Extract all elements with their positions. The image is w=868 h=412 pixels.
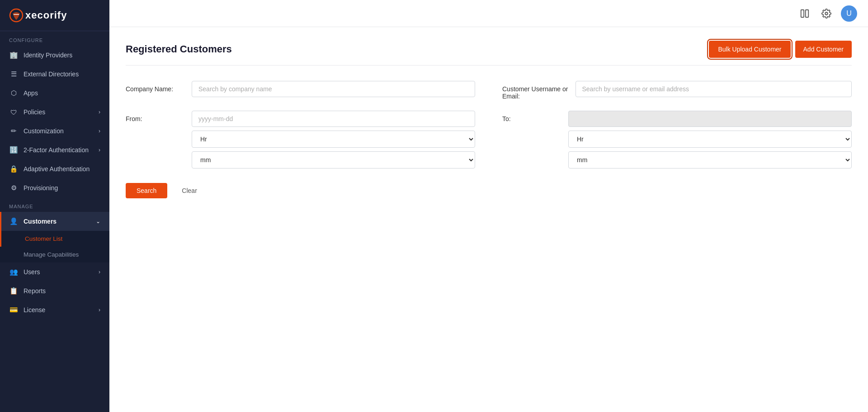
identity-providers-label: Identity Providers (24, 52, 72, 59)
manage-capabilities-label: Manage Capabilities (24, 251, 79, 258)
logo-icon (9, 8, 24, 23)
2fa-label: 2-Factor Authentication (24, 146, 89, 154)
policies-label: Policies (24, 108, 45, 116)
manage-section-label: Manage (0, 197, 109, 212)
customers-icon: 👤 (9, 217, 18, 226)
svg-point-4 (825, 12, 828, 15)
adaptive-auth-icon: 🔒 (9, 164, 18, 173)
company-name-controls (192, 81, 475, 97)
policies-chevron-icon: › (99, 109, 100, 115)
users-label: Users (24, 268, 40, 276)
to-row: To: Hr 010203 040506 070809 101112 mm 00… (502, 111, 852, 169)
topbar: U (109, 0, 868, 27)
brand-name: xecorify (25, 9, 67, 21)
customer-list-label: Customer List (25, 235, 62, 242)
provisioning-icon: ⚙ (9, 183, 18, 192)
header-actions: Bulk Upload Customer Add Customer (709, 41, 852, 58)
book-icon[interactable] (797, 6, 812, 21)
search-form: Company Name: Customer Username or Email… (126, 76, 852, 203)
company-name-label: Company Name: (126, 81, 184, 93)
sidebar-item-customization[interactable]: ✏ Customization › (0, 122, 109, 140)
customers-label: Customers (24, 218, 57, 225)
customization-chevron-icon: › (99, 128, 100, 134)
company-name-input[interactable] (192, 81, 475, 97)
customization-label: Customization (24, 127, 64, 135)
configure-section-label: Configure (0, 31, 109, 46)
sidebar-item-reports[interactable]: 📋 Reports (0, 281, 109, 300)
bulk-upload-button[interactable]: Bulk Upload Customer (709, 41, 790, 58)
clear-button[interactable]: Clear (175, 183, 204, 198)
adaptive-auth-label: Adaptive Authentication (24, 165, 90, 173)
sidebar-item-apps[interactable]: ⬡ Apps (0, 84, 109, 103)
search-button[interactable]: Search (126, 183, 167, 198)
main-area: U Registered Customers Bulk Upload Custo… (109, 0, 868, 412)
provisioning-label: Provisioning (24, 184, 58, 192)
sidebar-item-customers[interactable]: 👤 Customers ⌄ (0, 212, 109, 231)
topbar-actions: U (797, 5, 857, 22)
logo-area[interactable]: xecorify (0, 0, 109, 31)
username-label-line1: Customer Username or (502, 81, 568, 93)
sidebar-item-policies[interactable]: 🛡 Policies › (0, 103, 109, 122)
from-controls: Hr 010203 040506 070809 101112 mm 001530… (192, 111, 475, 169)
username-row: Customer Username or Email: (502, 81, 852, 100)
apps-icon: ⬡ (9, 89, 18, 98)
2fa-icon: 🔢 (9, 145, 18, 154)
sidebar-item-provisioning[interactable]: ⚙ Provisioning (0, 178, 109, 197)
svg-rect-2 (801, 9, 804, 17)
sidebar: xecorify Configure 🏢 Identity Providers … (0, 0, 109, 412)
external-directories-label: External Directories (24, 70, 79, 78)
username-label-block: Customer Username or Email: (502, 81, 568, 100)
license-icon: 💳 (9, 305, 18, 314)
form-actions: Search Clear (126, 183, 852, 198)
page-title: Registered Customers (126, 43, 232, 55)
sidebar-subitem-customer-list[interactable]: Customer List (0, 231, 109, 247)
users-icon: 👥 (9, 267, 18, 276)
to-date-input[interactable] (568, 111, 852, 127)
to-controls: Hr 010203 040506 070809 101112 mm 001530… (568, 111, 852, 169)
customers-chevron-icon: ⌄ (96, 218, 100, 225)
gear-icon[interactable] (819, 6, 834, 21)
company-name-row: Company Name: (126, 81, 475, 100)
sidebar-subitem-manage-capabilities[interactable]: Manage Capabilities (0, 247, 109, 262)
reports-icon: 📋 (9, 286, 18, 295)
from-date-input[interactable] (192, 111, 475, 127)
users-chevron-icon: › (99, 269, 100, 275)
username-controls (576, 81, 852, 97)
reports-label: Reports (24, 287, 46, 295)
policies-icon: 🛡 (9, 108, 18, 117)
username-label-line2: Email: (502, 93, 568, 100)
svg-rect-3 (806, 9, 808, 17)
sidebar-item-license[interactable]: 💳 License › (0, 300, 109, 319)
customers-sub-menu: Customer List Manage Capabilities (0, 231, 109, 262)
from-label: From: (126, 111, 184, 122)
identity-providers-icon: 🏢 (9, 51, 18, 60)
from-row: From: Hr 010203 040506 070809 101112 mm … (126, 111, 475, 169)
username-input[interactable] (576, 81, 852, 97)
sidebar-item-identity-providers[interactable]: 🏢 Identity Providers (0, 46, 109, 65)
customization-icon: ✏ (9, 126, 18, 136)
license-label: License (24, 306, 45, 314)
sidebar-item-2fa[interactable]: 🔢 2-Factor Authentication › (0, 140, 109, 159)
to-label: To: (502, 111, 561, 122)
sidebar-item-adaptive-auth[interactable]: 🔒 Adaptive Authentication (0, 159, 109, 178)
sidebar-item-external-directories[interactable]: ☰ External Directories (0, 65, 109, 84)
page-content: Registered Customers Bulk Upload Custome… (109, 27, 868, 412)
to-hr-select[interactable]: Hr 010203 040506 070809 101112 (568, 131, 852, 148)
page-header: Registered Customers Bulk Upload Custome… (126, 41, 852, 66)
sidebar-item-users[interactable]: 👥 Users › (0, 262, 109, 281)
to-mm-select[interactable]: mm 00153045 (568, 151, 852, 169)
from-mm-select[interactable]: mm 00153045 (192, 151, 475, 169)
license-chevron-icon: › (99, 307, 100, 313)
add-customer-button[interactable]: Add Customer (795, 41, 852, 58)
external-directories-icon: ☰ (9, 70, 18, 79)
2fa-chevron-icon: › (99, 147, 100, 153)
from-hr-select[interactable]: Hr 010203 040506 070809 101112 (192, 131, 475, 148)
apps-label: Apps (24, 89, 38, 97)
avatar[interactable]: U (841, 5, 857, 22)
